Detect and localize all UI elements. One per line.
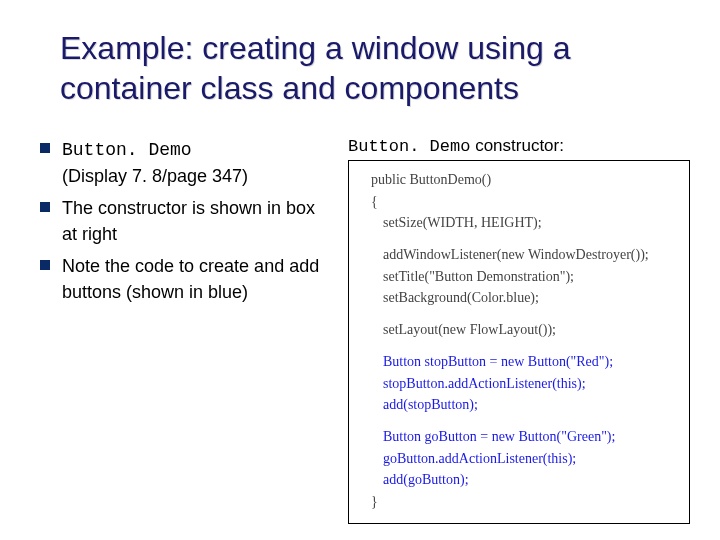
codebox-title: Button. Demo constructor: [348,136,690,156]
code-line-highlight: add(stopButton); [359,394,679,416]
code-line: setLayout(new FlowLayout()); [359,319,679,341]
code-line: addWindowListener(new WindowDestroyer())… [359,244,679,266]
content-columns: Button. Demo (Display 7. 8/page 347) The… [30,136,690,524]
code-line: } [359,491,679,513]
slide: Example: creating a window using a conta… [0,0,720,540]
codebox-title-mono: Button. Demo [348,137,470,156]
code-line-highlight: goButton.addActionListener(this); [359,448,679,470]
code-line-highlight: Button goButton = new Button("Green"); [359,426,679,448]
code-line: public ButtonDemo() [359,169,679,191]
code-line: setSize(WIDTH, HEIGHT); [359,212,679,234]
bullet-code-text: Button. Demo [62,140,192,160]
bullet-item: Button. Demo (Display 7. 8/page 347) [34,136,330,189]
codebox-title-rest: constructor: [470,136,564,155]
code-line: { [359,191,679,213]
slide-title: Example: creating a window using a conta… [60,28,690,108]
code-line-highlight: stopButton.addActionListener(this); [359,373,679,395]
right-column: Button. Demo constructor: public ButtonD… [348,136,690,524]
code-line-highlight: add(goButton); [359,469,679,491]
bullet-list: Button. Demo (Display 7. 8/page 347) The… [34,136,330,306]
code-box: public ButtonDemo() { setSize(WIDTH, HEI… [348,160,690,524]
bullet-item: The constructor is shown in box at right [34,195,330,247]
left-column: Button. Demo (Display 7. 8/page 347) The… [30,136,330,524]
code-line: setBackground(Color.blue); [359,287,679,309]
code-line-highlight: Button stopButton = new Button("Red"); [359,351,679,373]
code-line: setTitle("Button Demonstration"); [359,266,679,288]
bullet-item: Note the code to create and add buttons … [34,253,330,305]
bullet-subtext: (Display 7. 8/page 347) [62,166,248,186]
